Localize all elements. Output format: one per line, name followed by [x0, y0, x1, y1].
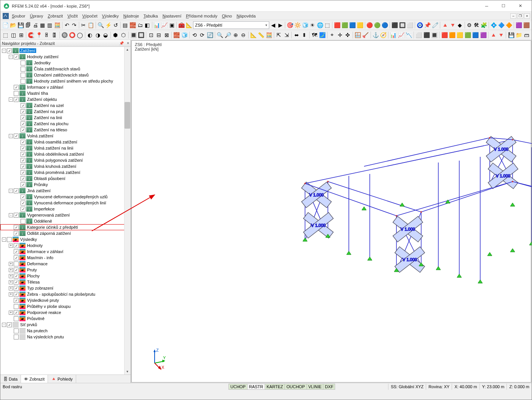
tree-item[interactable]: +✓▰Pruty: [0, 267, 131, 273]
tree-item[interactable]: Na prutech: [0, 328, 131, 334]
tree-checkbox[interactable]: ✓: [14, 274, 19, 279]
tree-checkbox[interactable]: ✓: [14, 268, 19, 273]
tree-checkbox[interactable]: ✓: [14, 188, 19, 193]
toolbar-button[interactable]: ↷: [71, 21, 78, 29]
status-toggle-vlinie[interactable]: VLINIE: [307, 384, 324, 390]
tree-item[interactable]: -✓↓Zatížení objektu: [0, 96, 131, 102]
tree-checkbox[interactable]: [7, 237, 12, 242]
toolbar-button[interactable]: 💾: [507, 31, 514, 39]
toolbar-button[interactable]: ✂: [80, 21, 87, 29]
toolbar-button[interactable]: 🔺: [490, 31, 497, 39]
tree-item[interactable]: ▰Průsvitně: [0, 316, 131, 322]
menu-nastavení[interactable]: Nastavení: [160, 13, 184, 19]
toolbar-button[interactable]: 🎚: [43, 31, 50, 39]
tree-checkbox[interactable]: [14, 335, 19, 339]
toolbar-button[interactable]: ◧: [144, 21, 151, 29]
toolbar-button[interactable]: ⊡: [147, 31, 155, 39]
tree-item[interactable]: ↓Čísla zatěžovacích stavů: [0, 66, 131, 72]
toolbar-button[interactable]: 🔳: [431, 31, 438, 39]
tree-toggle[interactable]: -: [9, 134, 13, 138]
toolbar-button[interactable]: 🟥: [441, 31, 448, 39]
tree-checkbox[interactable]: [14, 316, 19, 321]
toolbar-button[interactable]: 🟦: [349, 21, 356, 29]
tree-checkbox[interactable]: ✓: [14, 249, 19, 254]
tree-item[interactable]: +✓▰Žebra - spolupůsobící na ploše/prutu: [0, 291, 131, 297]
maximize-button[interactable]: ☐: [495, 1, 512, 11]
tree-checkbox[interactable]: ✓: [14, 255, 19, 260]
toolbar-button[interactable]: ◐: [86, 31, 94, 39]
pin-icon[interactable]: 📌: [119, 41, 124, 45]
toolbar-button[interactable]: 📍: [35, 31, 43, 39]
status-toggle-kartez[interactable]: KARTEZ: [265, 384, 285, 390]
tree-item[interactable]: ↓Jednotky: [0, 60, 131, 66]
tree-checkbox[interactable]: ✓: [14, 85, 19, 90]
toolbar-button[interactable]: 🧱: [129, 21, 136, 29]
menu-okno[interactable]: Okno: [220, 13, 234, 19]
toolbar-button[interactable]: 🧱: [173, 31, 180, 39]
tree-checkbox[interactable]: ✓: [14, 231, 19, 236]
toolbar-button[interactable]: ⚡: [105, 21, 112, 29]
tree-checkbox[interactable]: ✓: [14, 225, 19, 230]
status-toggle-dxf[interactable]: DXF: [323, 384, 335, 390]
toolbar-button[interactable]: ⬜: [406, 21, 414, 29]
tree-checkbox[interactable]: ✓: [21, 115, 26, 120]
tree-item[interactable]: Na výsledcích prutu: [0, 334, 131, 340]
toolbar-button[interactable]: ⊖: [240, 31, 247, 39]
tree-checkbox[interactable]: [14, 261, 19, 266]
toolbar-button[interactable]: ⇲: [283, 31, 290, 39]
tree-checkbox[interactable]: ✓: [14, 134, 19, 139]
toolbar-button[interactable]: ⬌: [293, 31, 300, 39]
panel-close-icon[interactable]: ×: [127, 41, 129, 45]
tree-checkbox[interactable]: ✓: [21, 207, 26, 212]
toolbar-button[interactable]: 🗺: [311, 31, 318, 39]
tree-checkbox[interactable]: ✓: [21, 109, 26, 114]
status-toggle-rastr[interactable]: RASTR: [247, 384, 265, 390]
tree-item[interactable]: -✓↓Zatížení: [0, 48, 131, 54]
toolbar-button[interactable]: 🔳: [129, 31, 137, 39]
toolbar-button[interactable]: 🗃: [523, 31, 530, 39]
toolbar-button[interactable]: 🧮: [265, 31, 272, 39]
tree-checkbox[interactable]: ✓: [21, 194, 26, 199]
toolbar-button[interactable]: ⬍: [301, 31, 308, 39]
scroll-thumb[interactable]: [125, 102, 130, 129]
toolbar-button[interactable]: 📌: [424, 21, 431, 29]
tree-item[interactable]: +✓▰Typ zobrazení: [0, 285, 131, 291]
toolbar-button[interactable]: 🧊: [302, 21, 309, 29]
toolbar-button[interactable]: ⇱: [275, 31, 283, 39]
mdi-restore[interactable]: ❐: [517, 13, 523, 19]
toolbar-button[interactable]: ⚓: [372, 31, 379, 39]
tree-item[interactable]: ✓↓Zatížení na těleso: [0, 127, 131, 133]
tree-item[interactable]: +▰Deformace: [0, 261, 131, 267]
toolbar-button[interactable]: 🔵: [381, 21, 388, 29]
menu-nástroje[interactable]: Nástroje: [121, 13, 141, 19]
toolbar-button[interactable]: 📂: [10, 21, 17, 29]
tree-checkbox[interactable]: ✓: [21, 170, 26, 175]
toolbar-button[interactable]: ◀: [270, 21, 276, 29]
menu-výpočet[interactable]: Výpočet: [80, 13, 100, 19]
toolbar-button[interactable]: 🧲: [27, 31, 35, 39]
toolbar-button[interactable]: 🧷: [431, 21, 439, 29]
tree-checkbox[interactable]: ✓: [21, 182, 26, 187]
toolbar-button[interactable]: ▤: [122, 21, 129, 29]
toolbar-button[interactable]: ⟲: [191, 31, 198, 39]
status-toggle-uchop[interactable]: UCHOP: [228, 384, 248, 390]
toolbar-button[interactable]: 📉: [405, 31, 412, 39]
toolbar-button[interactable]: ◒: [102, 31, 109, 39]
tree-checkbox[interactable]: ✓: [21, 146, 26, 151]
mdi-close[interactable]: ×: [524, 13, 530, 19]
toolbar-button[interactable]: 📈: [398, 31, 405, 39]
tree-checkbox[interactable]: ✓: [21, 176, 26, 181]
toolbar-button[interactable]: 🧰: [178, 21, 185, 29]
tree-item[interactable]: ✓↓Zatížení na linii: [0, 115, 131, 121]
toolbar-button[interactable]: 🟥: [334, 21, 341, 29]
tree-toggle[interactable]: +: [9, 274, 13, 278]
tree-toggle[interactable]: +: [9, 311, 13, 315]
tree-toggle[interactable]: -: [9, 189, 13, 193]
tree-item[interactable]: ✓↓Volná obdélníková zatížení: [0, 151, 131, 157]
toolbar-button[interactable]: 🧮: [54, 21, 61, 29]
tree-item[interactable]: +✓▰Tělesa: [0, 279, 131, 285]
scroll-up-icon[interactable]: ▲: [125, 47, 130, 53]
toolbar-button[interactable]: 🖨: [32, 21, 39, 29]
toolbar-button[interactable]: 📄: [2, 21, 9, 29]
tree-item[interactable]: ✓↓Volná polygonová zatížení: [0, 157, 131, 163]
